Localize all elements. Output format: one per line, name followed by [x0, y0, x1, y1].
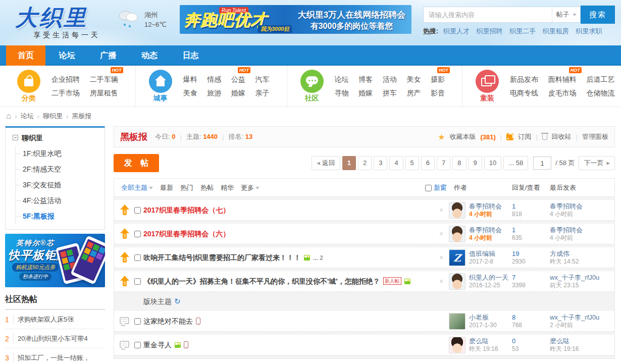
page-number[interactable]: 2	[358, 156, 372, 170]
breadcrumb-forum[interactable]: 论坛	[21, 112, 34, 121]
category-link[interactable]: 情感	[207, 73, 221, 86]
category-link[interactable]: 美女	[406, 73, 421, 86]
category-link[interactable]: 房屋租售	[90, 86, 118, 99]
category-link[interactable]: 公益HOT	[231, 73, 245, 86]
thread-title[interactable]: 这家绝对不能去	[143, 317, 193, 325]
weather-widget[interactable]: 湖州 12~6℃	[117, 8, 167, 31]
collapse-icon[interactable]	[13, 135, 18, 140]
last-poster-link[interactable]: 春季招聘会	[550, 202, 614, 211]
list-item[interactable]: 3招加工厂，一批一结账，	[5, 348, 105, 364]
new-window-checkbox[interactable]	[425, 185, 432, 191]
category-link[interactable]: 美食	[183, 86, 197, 99]
close-icon[interactable]: ×	[439, 271, 443, 292]
back-button[interactable]: 返回	[312, 156, 340, 170]
page-number[interactable]: 8	[452, 156, 466, 170]
home-icon[interactable]	[6, 111, 11, 121]
author-link[interactable]: 春季招聘会	[469, 202, 511, 211]
filter-hot-posts[interactable]: 热帖	[200, 183, 214, 192]
thread-title[interactable]: 重金寻人	[143, 341, 172, 349]
thread-title[interactable]: 《织里人的一天》招募主角！征集不平凡的你，织里没你不'城'，怎能拒绝？	[143, 277, 380, 285]
page-jump-input[interactable]	[533, 157, 551, 170]
hot-search-link[interactable]: 织里人才	[443, 27, 470, 35]
category-link[interactable]: 博客	[358, 73, 373, 86]
hot-search-link[interactable]: 织里租房	[543, 27, 569, 35]
category-link[interactable]: 汽车	[255, 73, 270, 86]
site-logo[interactable]: 大织里 享受生活每一天	[15, 3, 100, 40]
brand-avatar[interactable]	[449, 249, 465, 266]
next-page-button[interactable]: 下一页	[579, 156, 615, 170]
nav-item-forum[interactable]: 论坛	[47, 45, 87, 66]
category-link[interactable]: 寻物	[335, 86, 349, 99]
category-link[interactable]: 皮毛市场	[548, 86, 577, 99]
last-poster-link[interactable]: 方成伟	[550, 249, 614, 258]
page-number-last[interactable]: ... 58	[503, 156, 528, 170]
category-link[interactable]: 新品发布	[510, 73, 538, 86]
category-name[interactable]: 社区	[296, 94, 328, 103]
page-number-current[interactable]: 1	[342, 156, 356, 170]
thread-checkbox[interactable]	[134, 254, 141, 261]
breadcrumb-section[interactable]: 聊织里	[43, 112, 63, 121]
last-poster-link[interactable]: wx_十子李_rfJ0u	[550, 313, 614, 322]
category-link[interactable]: 亲子	[255, 86, 270, 99]
close-icon[interactable]: ×	[439, 200, 443, 221]
shopping-bag-icon[interactable]	[17, 70, 40, 93]
nav-item-broadcast[interactable]: 广播	[88, 45, 128, 66]
author-link[interactable]: 织里人的一天	[469, 273, 511, 282]
hot-search-link[interactable]: 织里招聘	[477, 27, 503, 35]
stacked-frames-icon[interactable]	[476, 70, 499, 93]
thread-title[interactable]: 吹响开工集结号|织里需要招工的厂家看过来！！！	[143, 253, 301, 262]
category-link[interactable]: 论坛	[335, 73, 349, 86]
close-icon[interactable]: ×	[439, 247, 443, 268]
category-link[interactable]: 后道工艺	[586, 73, 614, 86]
favorite-button[interactable]: 收藏本版	[449, 132, 476, 141]
category-link[interactable]: 企业招聘	[51, 73, 80, 86]
thread-checkbox[interactable]	[134, 278, 141, 285]
close-icon[interactable]: ×	[439, 224, 443, 244]
category-link[interactable]: 房产	[406, 86, 421, 99]
category-link[interactable]: 活动	[383, 73, 397, 86]
author-link[interactable]: 春季招聘会	[469, 226, 511, 234]
category-link[interactable]: 摄影HOT	[431, 73, 445, 86]
page-number[interactable]: 6	[421, 156, 435, 170]
category-link[interactable]: 拼车	[383, 86, 397, 99]
category-link[interactable]: 电商专线	[510, 86, 538, 99]
filter-hot[interactable]: 热门	[180, 183, 193, 192]
thread-checkbox[interactable]	[134, 318, 141, 325]
list-item[interactable]: 1求购铁架双人床5张	[5, 310, 105, 329]
category-link[interactable]: 婚嫁	[231, 86, 245, 99]
thread-title[interactable]: 2017织里春季招聘会（七）	[143, 200, 230, 221]
last-poster-link[interactable]: 春季招聘会	[550, 226, 614, 234]
nav-item-home[interactable]: 首页	[6, 45, 45, 66]
category-link[interactable]: 影音	[431, 86, 445, 99]
search-button[interactable]: 搜索	[581, 6, 615, 24]
hot-search-link[interactable]: 织里二手	[509, 27, 536, 35]
boy-avatar[interactable]	[449, 202, 465, 219]
search-scope-select[interactable]: 帖子	[552, 7, 580, 22]
refresh-icon[interactable]	[172, 297, 181, 305]
page-number[interactable]: 4	[389, 156, 403, 170]
thread-pages[interactable]: ... 2	[313, 254, 323, 262]
thread-title[interactable]: 2017织里春季招聘会（六）	[143, 224, 230, 244]
nav-item-blog[interactable]: 日志	[171, 45, 211, 66]
category-link[interactable]: 旅游	[207, 86, 221, 99]
filter-more[interactable]: 更多	[241, 183, 260, 192]
tree-root[interactable]: 聊织里	[13, 134, 99, 143]
author-link[interactable]: 麽么哒	[469, 337, 511, 345]
page-number[interactable]: 3	[374, 156, 387, 170]
category-link[interactable]: 二手车辆HOT	[90, 73, 118, 86]
sidebar-item-5f-active[interactable]: 5F:黑板报	[16, 209, 99, 224]
category-link[interactable]: 面料辅料HOT	[548, 73, 577, 86]
page-number[interactable]: 7	[437, 156, 450, 170]
author-link[interactable]: 值班编辑	[469, 249, 511, 258]
boy-avatar[interactable]	[449, 226, 465, 242]
new-post-button[interactable]: 发 帖	[114, 154, 159, 172]
nav-item-feed[interactable]: 动态	[130, 45, 169, 66]
subscribe-button[interactable]: 订阅	[518, 132, 531, 141]
page-number[interactable]: 10	[484, 156, 501, 170]
category-link[interactable]: 仓储物流	[586, 86, 614, 99]
category-link[interactable]: 婚嫁	[358, 86, 373, 99]
sidebar-item-2f[interactable]: 2F:情感天空	[16, 162, 99, 177]
admin-panel-button[interactable]: 管理面板	[582, 132, 608, 141]
author-link[interactable]: 小老板	[469, 313, 511, 322]
thread-checkbox[interactable]	[134, 207, 141, 214]
